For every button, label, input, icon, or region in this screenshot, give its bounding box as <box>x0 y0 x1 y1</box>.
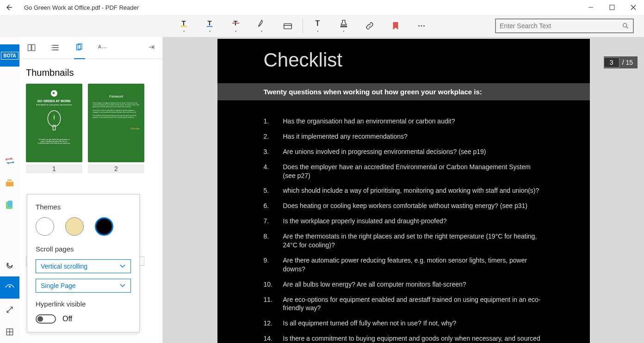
svg-rect-22 <box>8 201 12 207</box>
svg-rect-28 <box>32 44 35 50</box>
thumbnails-heading: Thumbnails <box>19 59 162 84</box>
svg-point-34 <box>51 49 52 50</box>
back-icon[interactable] <box>4 2 15 13</box>
question-item: 11. Are eco-options for equipment enable… <box>264 295 544 313</box>
question-item: 8. Are the thermostats in the right plac… <box>264 232 544 250</box>
document-page: Checklist Twenty questions when working … <box>217 39 590 343</box>
search-input[interactable] <box>500 22 622 30</box>
strikethrough-button[interactable]: T▾ <box>223 15 249 37</box>
question-item: 7.Is the workplace properly insulated an… <box>264 217 544 226</box>
maximize-button[interactable] <box>601 0 623 15</box>
titlebar: Go Green Work at Office.pdf - PDF Reader <box>0 0 644 15</box>
svg-text:—: — <box>104 45 108 49</box>
bota-button[interactable]: BOTA <box>0 44 19 67</box>
question-item: 9.Are there automatic power reducing fea… <box>264 256 544 274</box>
window-title: Go Green Work at Office.pdf - PDF Reader <box>24 4 139 11</box>
document-viewer[interactable]: 3 / 15 Checklist Twenty questions when w… <box>163 37 644 343</box>
svg-point-16 <box>623 24 627 27</box>
theme-sepia[interactable] <box>65 217 84 236</box>
svg-point-15 <box>423 25 425 27</box>
underline-button[interactable]: T▾ <box>197 15 223 37</box>
themes-label: Themes <box>36 203 131 211</box>
page-counter: 3 / 15 <box>604 56 638 68</box>
fullscreen-icon[interactable] <box>0 299 19 321</box>
svg-rect-7 <box>207 26 213 27</box>
more-button[interactable] <box>409 15 434 37</box>
svg-point-33 <box>51 47 52 48</box>
toggle-state-label: Off <box>62 315 72 323</box>
tab-outline[interactable] <box>50 37 61 59</box>
tab-thumbnails[interactable] <box>74 37 85 59</box>
theme-black[interactable] <box>95 217 113 236</box>
highlight-button[interactable]: T▾ <box>171 15 197 37</box>
svg-rect-18 <box>6 182 13 186</box>
search-icon[interactable] <box>622 22 629 30</box>
svg-point-13 <box>418 25 420 27</box>
svg-text:FAX: FAX <box>7 179 12 182</box>
question-item: 4. Does the employer have an accredited … <box>264 163 544 180</box>
hyperlink-toggle[interactable] <box>36 314 56 324</box>
tab-annotations[interactable]: A—— <box>98 37 109 59</box>
chevron-down-icon <box>119 264 126 269</box>
svg-point-23 <box>9 286 11 288</box>
close-button[interactable] <box>623 0 644 15</box>
svg-point-32 <box>51 45 52 46</box>
view-mode-icon[interactable] <box>0 276 19 299</box>
question-item: 12. Is all equipment turned off fully wh… <box>264 319 544 328</box>
svg-rect-41 <box>53 125 55 130</box>
svg-rect-27 <box>28 44 31 50</box>
day-night-icon[interactable] <box>0 254 19 276</box>
svg-line-17 <box>626 27 628 28</box>
tab-bookmarks[interactable] <box>26 37 37 59</box>
svg-rect-5 <box>181 26 187 27</box>
svg-point-14 <box>421 25 422 27</box>
total-pages: / 15 <box>622 59 638 66</box>
link-button[interactable] <box>357 15 383 37</box>
page-subtitle: Twenty questions when working out how gr… <box>217 83 590 100</box>
page-mode-select[interactable]: Single Page <box>36 279 131 293</box>
pin-icon[interactable] <box>148 43 156 53</box>
question-item: 14. Is there a commitment to buying equi… <box>264 334 544 343</box>
chevron-down-icon <box>119 283 126 288</box>
question-item: 3.Are unions involved in progressing env… <box>264 147 544 156</box>
svg-text:T: T <box>208 19 212 27</box>
question-item: 1.Has the organisation had an environmen… <box>264 117 544 126</box>
bookmark-button[interactable] <box>383 15 409 37</box>
question-item: 5.which should include a way of prioriti… <box>264 186 544 195</box>
question-item: 10. Are all bulbs low energy? Are all co… <box>264 280 544 289</box>
scroll-mode-select[interactable]: Vertical scrolling <box>36 259 131 273</box>
svg-text:T: T <box>316 19 320 27</box>
undo-redo-icon[interactable] <box>0 150 19 172</box>
theme-swatches <box>36 217 131 236</box>
page-title: Checklist <box>264 49 544 71</box>
theme-white[interactable] <box>36 217 54 236</box>
folder-button[interactable] <box>275 15 301 37</box>
window-controls <box>580 0 644 15</box>
sidepanel-tabs: A—— <box>19 37 162 59</box>
question-item: 2.Has it implemented any recommendations… <box>264 132 544 141</box>
ink-button[interactable]: ▾ <box>249 15 275 37</box>
scroll-label: Scroll pages <box>36 245 131 253</box>
hyperlink-label: Hyperlink visible <box>36 300 131 308</box>
fax-icon[interactable]: FAX <box>0 172 19 194</box>
svg-text:A: A <box>98 44 101 49</box>
question-list: 1.Has the organisation had an environmen… <box>264 117 544 343</box>
left-sidebar: BOTA FAX <box>0 37 19 343</box>
stamp-button[interactable]: ▾ <box>331 15 357 37</box>
toolbar: T▾ T▾ T▾ ▾ T▾ ▾ <box>0 15 644 37</box>
minimize-button[interactable] <box>580 0 601 15</box>
search-box[interactable] <box>495 18 634 33</box>
grid-icon[interactable] <box>0 321 19 343</box>
current-page-input[interactable]: 3 <box>604 57 619 67</box>
svg-rect-1 <box>610 5 614 10</box>
svg-text:T: T <box>182 19 186 27</box>
text-tool-button[interactable]: T▾ <box>305 15 331 37</box>
view-settings-popup: Themes Scroll pages Vertical scrolling S… <box>27 194 140 332</box>
notes-icon[interactable] <box>0 194 19 216</box>
question-item: 6.Does heating or cooling keep workers c… <box>264 202 544 210</box>
svg-rect-10 <box>284 24 292 29</box>
